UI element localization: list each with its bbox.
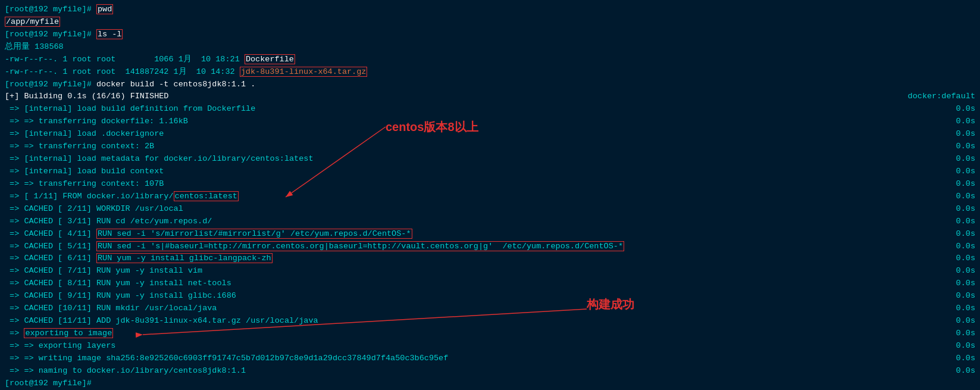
line-4: 总用量 138568 [5, 41, 975, 54]
build-line-16: => CACHED [ 9/11] RUN yum -y install gli… [5, 290, 975, 302]
cmd-pwd: pwd [96, 4, 113, 14]
final-prompt: [root@192 myfile]# [5, 377, 975, 390]
build-line-15: => CACHED [ 8/11] RUN yum -y install net… [5, 277, 975, 290]
build-line-8: => [ 1/11] FROM docker.io/library/centos… [5, 191, 975, 203]
build-line-export: => exporting to image 0.0s [5, 327, 975, 340]
line-5: -rw-r--r--. 1 root root 1066 1月 10 18:21… [5, 54, 975, 66]
build-line-18: => CACHED [11/11] ADD jdk-8u391-linux-x6… [5, 315, 975, 327]
file-perm-2: -rw-r--r--. 1 root root 141887242 1月 10 … [5, 67, 240, 76]
line-6: -rw-r--r--. 1 root root 141887242 1月 10 … [5, 66, 975, 79]
cmd-ls: ls -l [96, 29, 123, 39]
build-line-11: => CACHED [ 4/11] RUN sed -i 's/mirrorli… [5, 228, 975, 241]
jdk-filename: jdk-8u391-linux-x64.tar.gz [240, 67, 368, 77]
build-line-4: => => transferring context: 2B 0.0s [5, 141, 975, 153]
build-line-13: => CACHED [ 6/11] RUN yum -y install gli… [5, 252, 975, 265]
build-line-naming: => => naming to docker.io/library/centos… [5, 365, 975, 377]
build-line-2: => => transferring dockerfile: 1.16kB 0.… [5, 116, 975, 128]
terminal: [root@192 myfile]# pwd /app/myfile [root… [0, 0, 980, 390]
build-line-6: => [internal] load build context 0.0s [5, 166, 975, 178]
build-line-5: => [internal] load metadata for docker.i… [5, 153, 975, 166]
prompt-1: [root@192 myfile]# [5, 5, 96, 14]
build-line-7: => => transferring context: 107B 0.0s [5, 178, 975, 191]
line-2: /app/myfile [5, 16, 975, 29]
building-status: [+] Building 0.1s (16/16) FINISHED [5, 91, 168, 103]
line-3: [root@192 myfile]# ls -l [5, 29, 975, 41]
build-line-14: => CACHED [ 7/11] RUN yum -y install vim… [5, 265, 975, 277]
total: 总用量 138568 [5, 42, 64, 51]
cmd-docker-build: docker build -t centos8jdk8:1.1 . [96, 80, 255, 89]
build-line-writing: => => writing image sha256:8e925260c6903… [5, 352, 975, 365]
output-path: /app/myfile [5, 17, 60, 27]
build-line-10: => CACHED [ 3/11] RUN cd /etc/yum.repos.… [5, 216, 975, 228]
docker-default: docker:default [908, 91, 975, 103]
annotation-centos: centos版本8以上 [386, 118, 478, 136]
build-line-3: => [internal] load .dockerignore 0.0s [5, 128, 975, 141]
build-line-12: => CACHED [ 5/11] RUN sed -i 's|#baseurl… [5, 241, 975, 253]
line-7: [root@192 myfile]# docker build -t cento… [5, 79, 975, 91]
line-8: [+] Building 0.1s (16/16) FINISHED docke… [5, 91, 975, 103]
line-1: [root@192 myfile]# pwd [5, 4, 975, 16]
annotation-build-success: 构建成功 [587, 295, 634, 314]
build-line-1: => [internal] load build definition from… [5, 103, 975, 116]
dockerfile-name: Dockerfile [245, 54, 295, 64]
build-line-17: => CACHED [10/11] RUN mkdir /usr/local/j… [5, 302, 975, 315]
prompt-7: [root@192 myfile]# [5, 80, 96, 89]
build-line-9: => CACHED [ 2/11] WORKDIR /usr/local 0.0… [5, 203, 975, 216]
prompt-3: [root@192 myfile]# [5, 30, 96, 39]
build-line-layers: => => exporting layers 0.0s [5, 340, 975, 352]
file-perm-1: -rw-r--r--. 1 root root 1066 1月 10 18:21 [5, 55, 245, 64]
